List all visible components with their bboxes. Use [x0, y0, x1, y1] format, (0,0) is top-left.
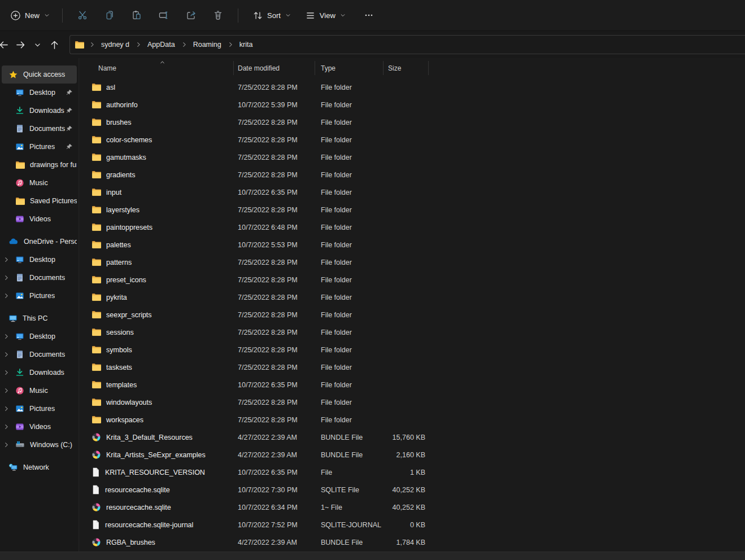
column-header-size[interactable]: Size: [388, 64, 401, 72]
file-row-symbols[interactable]: symbols 7/25/2022 8:28 PM File folder: [80, 341, 745, 358]
file-row-paintoppresets[interactable]: paintoppresets 10/7/2022 6:48 PM File fo…: [80, 218, 745, 236]
sidebar-item-desktop[interactable]: Desktop: [2, 251, 77, 269]
sidebar-item-pictures[interactable]: Pictures: [2, 138, 77, 156]
file-row-workspaces[interactable]: workspaces 7/25/2022 8:28 PM File folder: [80, 411, 745, 428]
share-button[interactable]: [177, 5, 204, 25]
file-row-layerstyles[interactable]: layerstyles 7/25/2022 8:28 PM File folde…: [80, 201, 745, 218]
expand-chevron-icon[interactable]: [2, 333, 10, 340]
sidebar-item-pictures[interactable]: Pictures: [2, 400, 77, 418]
file-row-preset-icons[interactable]: preset_icons 7/25/2022 8:28 PM File fold…: [80, 271, 745, 288]
file-row-gradients[interactable]: gradients 7/25/2022 8:28 PM File folder: [80, 166, 745, 183]
file-row-sessions[interactable]: sessions 7/25/2022 8:28 PM File folder: [80, 323, 745, 341]
sidebar-item-onedrive-personal[interactable]: OneDrive - Personal: [2, 233, 77, 251]
expand-chevron-icon[interactable]: [2, 441, 10, 449]
file-row-authorinfo[interactable]: authorinfo 10/7/2022 5:39 PM File folder: [80, 96, 745, 113]
expand-chevron-icon[interactable]: [2, 387, 10, 395]
file-row-brushes[interactable]: brushes 7/25/2022 8:28 PM File folder: [80, 113, 745, 131]
file-row-krita-artists-seexpr-examples-file[interactable]: Krita_Artists_SeExpr_examples 4/27/2022 …: [80, 446, 745, 463]
more-options-button[interactable]: [356, 5, 381, 25]
file-row-resourcecache-sqlite-file[interactable]: resourcecache.sqlite 10/7/2022 6:34 PM 1…: [80, 498, 745, 516]
rename-button[interactable]: [150, 5, 177, 25]
sidebar-item-music[interactable]: Music: [2, 382, 77, 400]
sidebar-item-quick-access[interactable]: Quick access: [2, 65, 77, 84]
sidebar-item-pictures[interactable]: Pictures: [2, 287, 77, 305]
sidebar-item-videos[interactable]: Videos: [2, 210, 77, 228]
sidebar-item-desktop[interactable]: Desktop: [2, 84, 77, 102]
file-row-gamutmasks[interactable]: gamutmasks 7/25/2022 8:28 PM File folder: [80, 148, 745, 166]
back-button[interactable]: [0, 36, 12, 53]
file-date-modified: 7/25/2022 8:28 PM: [233, 154, 315, 161]
sidebar-item-documents[interactable]: Documents: [2, 120, 77, 138]
file-type: File folder: [315, 329, 383, 336]
sidebar-item-this-pc[interactable]: This PC: [2, 309, 77, 327]
file-size: 0 KB: [383, 521, 428, 529]
sidebar-item-windows-c[interactable]: Windows (C:): [2, 436, 77, 454]
expand-chevron-icon[interactable]: [2, 405, 10, 413]
documents-icon: [15, 273, 24, 282]
file-row-pykrita[interactable]: pykrita 7/25/2022 8:28 PM File folder: [80, 288, 745, 306]
file-row-input[interactable]: input 10/7/2022 6:35 PM File folder: [80, 183, 745, 201]
sidebar-item-drawings-for-fun[interactable]: drawings for fun: [2, 156, 77, 174]
column-resize-handle[interactable]: [428, 61, 429, 75]
file-type: BUNDLE File: [315, 539, 383, 546]
file-row-windowlayouts[interactable]: windowlayouts 7/25/2022 8:28 PM File fol…: [80, 393, 745, 411]
breadcrumb-segment-krita[interactable]: krita: [236, 38, 257, 51]
up-button[interactable]: [46, 36, 63, 53]
sort-button[interactable]: Sort: [247, 5, 297, 25]
file-row-palettes[interactable]: palettes 10/7/2022 5:53 PM File folder: [80, 236, 745, 253]
file-row-templates[interactable]: templates 10/7/2022 6:35 PM File folder: [80, 376, 745, 393]
sidebar-item-desktop[interactable]: Desktop: [2, 327, 77, 345]
column-resize-handle[interactable]: [315, 61, 315, 75]
file-row-krita-resource-version-file[interactable]: KRITA_RESOURCE_VERSION 10/7/2022 6:35 PM…: [80, 463, 745, 481]
sidebar-item-documents[interactable]: Documents: [2, 345, 77, 364]
expand-chevron-icon[interactable]: [2, 274, 10, 282]
file-row-seexpr-scripts[interactable]: seexpr_scripts 7/25/2022 8:28 PM File fo…: [80, 306, 745, 323]
file-row-patterns[interactable]: patterns 7/25/2022 8:28 PM File folder: [80, 253, 745, 271]
column-resize-handle[interactable]: [233, 61, 234, 75]
file-row-tasksets[interactable]: tasksets 7/25/2022 8:28 PM File folder: [80, 358, 745, 376]
file-row-resourcecache-sqlite-file[interactable]: resourcecache.sqlite 10/7/2022 7:30 PM S…: [80, 481, 745, 498]
recent-locations-button[interactable]: [29, 36, 46, 53]
file-row-color-schemes[interactable]: color-schemes 7/25/2022 8:28 PM File fol…: [80, 131, 745, 148]
breadcrumb-segment-appdata[interactable]: AppData: [143, 38, 179, 51]
copy-button[interactable]: [96, 5, 123, 25]
column-header-name[interactable]: Name: [98, 64, 116, 72]
file-date-modified: 10/7/2022 5:53 PM: [233, 241, 315, 249]
file-row-rgba-brushes-file[interactable]: RGBA_brushes 4/27/2022 2:39 AM BUNDLE Fi…: [80, 533, 745, 551]
forward-button[interactable]: [12, 36, 29, 53]
sidebar-item-videos[interactable]: Videos: [2, 418, 77, 436]
expand-chevron-icon[interactable]: [2, 256, 10, 264]
file-row-krita-3-default-resources-file[interactable]: Krita_3_Default_Resources 4/27/2022 2:39…: [80, 428, 745, 446]
file-row-asl[interactable]: asl 7/25/2022 8:28 PM File folder: [80, 78, 745, 96]
sidebar-item-saved-pictures[interactable]: Saved Pictures: [2, 192, 77, 210]
expand-chevron-icon[interactable]: [2, 423, 10, 431]
folder-icon: [15, 196, 25, 206]
krita-bundle-icon: [92, 502, 101, 512]
breadcrumb-segment-sydney-d[interactable]: sydney d: [97, 38, 133, 51]
expand-chevron-icon[interactable]: [2, 351, 10, 358]
file-row-resourcecache-sqlite-journal-file[interactable]: resourcecache.sqlite-journal 10/7/2022 7…: [80, 516, 745, 533]
file-date-modified: 7/25/2022 8:28 PM: [233, 416, 315, 424]
folder-icon: [92, 292, 101, 302]
sidebar-item-downloads[interactable]: Downloads: [2, 364, 77, 382]
new-button[interactable]: New: [5, 5, 56, 25]
address-bar[interactable]: sydney dAppDataRoamingkrita: [69, 35, 745, 54]
column-header-date-modified[interactable]: Date modified: [238, 64, 280, 72]
chevron-down-icon: [285, 12, 291, 19]
cut-button[interactable]: [69, 5, 96, 25]
expand-chevron-icon[interactable]: [2, 292, 10, 300]
breadcrumb-segment-roaming[interactable]: Roaming: [189, 38, 225, 51]
column-header-type[interactable]: Type: [321, 64, 336, 72]
sidebar-item-label: Music: [29, 387, 48, 395]
sidebar-item-network[interactable]: Network: [2, 458, 77, 476]
delete-button[interactable]: [204, 5, 232, 25]
view-button[interactable]: View: [299, 5, 352, 25]
sidebar-item-documents[interactable]: Documents: [2, 269, 77, 287]
paste-button[interactable]: [123, 5, 150, 25]
expand-chevron-icon[interactable]: [2, 369, 10, 377]
videos-icon: [15, 422, 24, 431]
file-name: windowlayouts: [106, 399, 152, 406]
sidebar-item-music[interactable]: Music: [2, 174, 77, 192]
column-resize-handle[interactable]: [383, 61, 384, 75]
sidebar-item-downloads[interactable]: Downloads: [2, 102, 77, 120]
